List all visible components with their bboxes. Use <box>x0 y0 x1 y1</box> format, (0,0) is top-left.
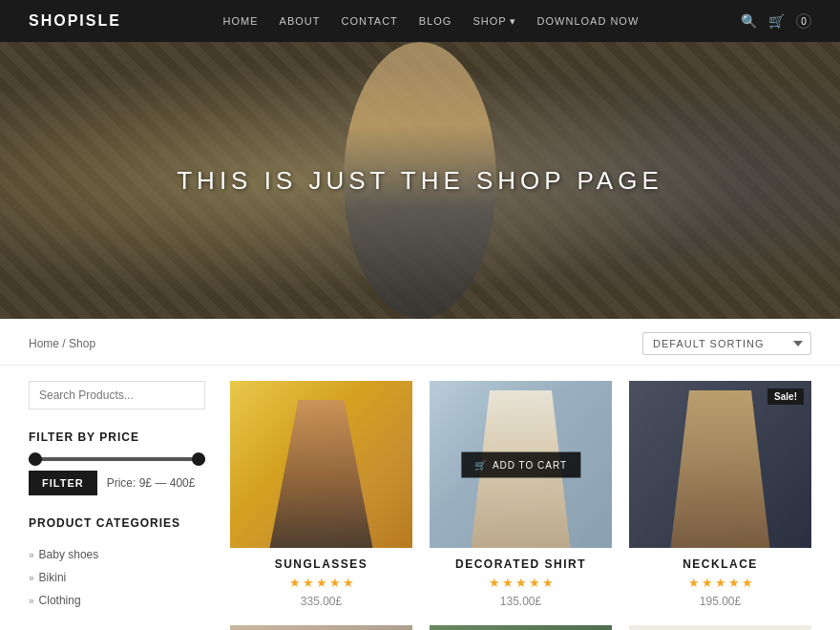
nav-right: 🔍 🛒 0 <box>741 13 811 29</box>
star-icon: ★ <box>289 576 301 590</box>
product-price: 195.00£ <box>629 595 811 608</box>
sale-badge: Sale! <box>767 388 804 405</box>
product-name: SUNGLASSES <box>230 557 412 571</box>
product-image-4 <box>230 625 412 630</box>
cart-count[interactable]: 0 <box>796 13 811 29</box>
nav-about[interactable]: ABOUT <box>280 15 321 27</box>
product-card-5[interactable] <box>430 625 612 630</box>
category-label: Clothing <box>39 594 81 607</box>
filter-by-price-title: FILTER BY PRICE <box>29 430 205 444</box>
add-to-cart-label: ADD TO CART <box>493 459 567 470</box>
product-card-necklace[interactable]: Sale! NECKLACE ★ ★ ★ ★ ★ 195.00£ <box>629 381 811 608</box>
star-icon: ★ <box>542 576 554 590</box>
product-image-shirt: 🛒 ADD TO CART <box>430 381 612 548</box>
nav-blog[interactable]: BLOG <box>419 15 452 27</box>
range-thumb-right[interactable] <box>192 452 205 466</box>
star-icon: ★ <box>529 576 540 590</box>
star-icon: ★ <box>489 576 500 590</box>
products-grid: SUNGLASSES ★ ★ ★ ★ ★ 335.00£ 🛒 ADD TO CA… <box>230 381 811 630</box>
product-image-placeholder <box>430 625 612 630</box>
category-label: Bikini <box>39 571 67 584</box>
product-card-4[interactable] <box>230 625 412 630</box>
product-stars: ★ ★ ★ ★ ★ <box>430 576 612 590</box>
price-range-slider[interactable] <box>29 457 205 461</box>
product-image-sunglasses <box>230 381 412 548</box>
bullet-icon: » <box>29 596 34 606</box>
star-icon: ★ <box>303 576 314 590</box>
nav-home[interactable]: HOME <box>223 15 259 27</box>
cart-icon[interactable]: 🛒 <box>768 13 785 29</box>
range-thumb-left[interactable] <box>29 452 42 466</box>
filter-button[interactable]: FILTER <box>29 471 97 495</box>
product-price: 135.00£ <box>430 595 612 608</box>
cart-small-icon: 🛒 <box>474 459 487 470</box>
star-icon: ★ <box>702 576 713 590</box>
bullet-icon: » <box>29 573 34 583</box>
product-image-placeholder <box>230 381 412 548</box>
sort-select[interactable]: DEFAULT SORTING SORT BY PRICE SORT BY PO… <box>642 332 811 355</box>
nav-download[interactable]: DOWNLOAD NOW <box>537 15 640 27</box>
product-card-shirt[interactable]: 🛒 ADD TO CART DECORATED SHIRT ★ ★ ★ ★ ★ … <box>430 381 612 608</box>
breadcrumb-row: Home / Shop DEFAULT SORTING SORT BY PRIC… <box>0 319 840 366</box>
product-image-5 <box>430 625 612 630</box>
product-image-placeholder <box>230 625 412 630</box>
star-icon: ★ <box>316 576 327 590</box>
sidebar: FILTER BY PRICE FILTER Price: 9£ — 400£ … <box>29 381 205 630</box>
price-range-label: Price: 9£ — 400£ <box>107 476 196 490</box>
product-stars: ★ ★ ★ ★ ★ <box>629 576 811 590</box>
site-logo[interactable]: SHOPISLE <box>29 12 121 30</box>
nav-contact[interactable]: CONTACT <box>341 15 397 27</box>
breadcrumb-home[interactable]: Home <box>29 337 59 350</box>
star-icon: ★ <box>728 576 740 590</box>
price-filter-section: FILTER BY PRICE FILTER Price: 9£ — 400£ <box>29 430 205 495</box>
bullet-icon: » <box>29 550 34 560</box>
nav-shop[interactable]: SHOP ▾ <box>472 15 515 28</box>
star-icon: ★ <box>515 576 527 590</box>
breadcrumb-current: Shop <box>69 337 95 350</box>
product-image-necklace: Sale! <box>629 381 811 548</box>
product-card-6[interactable] <box>629 625 811 630</box>
hero-title: THIS IS JUST THE SHOP PAGE <box>177 166 663 196</box>
search-input[interactable] <box>29 381 205 410</box>
star-icon: ★ <box>688 576 700 590</box>
star-icon: ★ <box>715 576 726 590</box>
product-image-placeholder <box>629 625 811 630</box>
product-categories-section: PRODUCT CATEGORIES » Baby shoes » Bikini… <box>29 516 205 612</box>
hero-banner: THIS IS JUST THE SHOP PAGE <box>0 42 840 319</box>
chevron-down-icon: ▾ <box>510 15 516 28</box>
category-label: Baby shoes <box>39 548 99 561</box>
nav-links: HOME ABOUT CONTACT BLOG SHOP ▾ DOWNLOAD … <box>223 15 640 28</box>
star-icon: ★ <box>502 576 514 590</box>
search-icon[interactable]: 🔍 <box>741 13 757 29</box>
product-image-6 <box>629 625 811 630</box>
product-name: DECORATED SHIRT <box>430 557 612 571</box>
category-baby-shoes[interactable]: » Baby shoes <box>29 543 205 566</box>
star-icon: ★ <box>343 576 354 590</box>
star-icon: ★ <box>742 576 753 590</box>
filter-row: FILTER Price: 9£ — 400£ <box>29 471 205 495</box>
product-name: NECKLACE <box>629 557 811 571</box>
category-bikini[interactable]: » Bikini <box>29 566 205 589</box>
main-layout: FILTER BY PRICE FILTER Price: 9£ — 400£ … <box>0 381 840 630</box>
star-icon: ★ <box>329 576 341 590</box>
category-clothing[interactable]: » Clothing <box>29 589 205 612</box>
product-price: 335.00£ <box>230 595 412 608</box>
add-to-cart-overlay[interactable]: 🛒 ADD TO CART <box>461 452 580 477</box>
product-card-sunglasses[interactable]: SUNGLASSES ★ ★ ★ ★ ★ 335.00£ <box>230 381 412 608</box>
navbar: SHOPISLE HOME ABOUT CONTACT BLOG SHOP ▾ … <box>0 0 840 42</box>
product-categories-title: PRODUCT CATEGORIES <box>29 516 205 530</box>
breadcrumb: Home / Shop <box>29 337 95 350</box>
price-range-fill <box>29 457 205 461</box>
product-image-placeholder <box>629 381 811 548</box>
products-area: SUNGLASSES ★ ★ ★ ★ ★ 335.00£ 🛒 ADD TO CA… <box>230 381 811 630</box>
product-stars: ★ ★ ★ ★ ★ <box>230 576 412 590</box>
